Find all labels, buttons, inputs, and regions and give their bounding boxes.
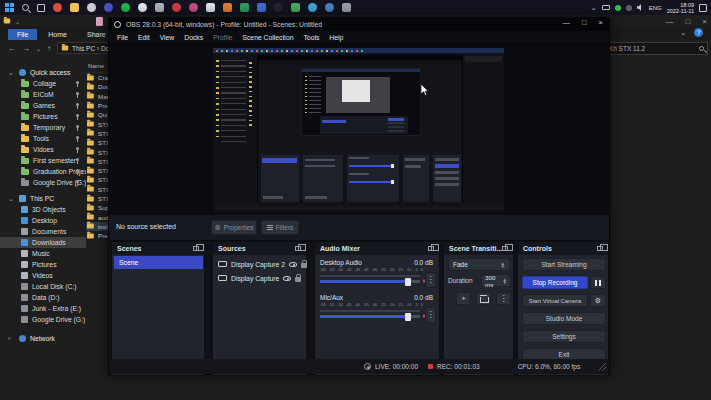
stop-recording-button[interactable]: Stop Recording <box>522 276 588 289</box>
pause-recording-button[interactable] <box>590 276 606 289</box>
taskbar-search-icon[interactable] <box>22 4 29 11</box>
task-view-icon[interactable] <box>37 4 45 12</box>
explorer-close-button[interactable]: × <box>702 17 707 26</box>
start-virtual-camera-button[interactable]: Start Virtual Camera <box>522 294 588 307</box>
visibility-eye-icon[interactable] <box>283 276 291 281</box>
settings-button[interactable]: Settings <box>522 330 606 343</box>
popout-icon[interactable] <box>193 246 199 251</box>
menu-item[interactable]: Edit <box>138 34 150 41</box>
menu-item[interactable]: Docks <box>184 34 203 41</box>
settings-gear-icon[interactable] <box>87 3 96 12</box>
file-row[interactable]: STX <box>86 129 108 138</box>
obs-maximize-button[interactable]: □ <box>582 18 587 27</box>
sidebar-item[interactable]: Pictures <box>0 259 86 270</box>
language-indicator[interactable]: ENG <box>649 5 662 11</box>
explorer-search-input[interactable]: st Kh STX 11.2 <box>598 42 708 55</box>
network-header[interactable]: › Network <box>0 333 86 344</box>
virtual-camera-settings-button[interactable]: ⚙ <box>590 294 606 307</box>
edge-icon[interactable] <box>308 3 317 12</box>
obs-preview-area[interactable] <box>109 45 609 215</box>
hollow-knight-icon[interactable] <box>206 3 215 12</box>
sidebar-item[interactable]: Temporary <box>0 122 86 133</box>
ribbon-tab[interactable]: Home <box>39 29 76 40</box>
visibility-eye-icon[interactable] <box>289 262 297 267</box>
file-row[interactable]: Sup <box>86 203 108 212</box>
tray-green-icon[interactable] <box>615 5 621 11</box>
lock-icon[interactable] <box>301 263 307 268</box>
volume-slider[interactable] <box>320 280 420 283</box>
file-row[interactable]: Qui <box>86 110 108 119</box>
file-row[interactable]: STX <box>86 119 108 128</box>
sidebar-item[interactable]: Videos <box>0 270 86 281</box>
studio-mode-button[interactable]: Studio Mode <box>522 312 606 325</box>
volume-icon[interactable] <box>637 4 644 11</box>
file-row[interactable]: STX <box>86 185 108 194</box>
obs-minimize-button[interactable]: — <box>563 18 571 27</box>
globe-app-icon[interactable] <box>325 3 334 12</box>
sidebar-item[interactable]: Vidoes <box>0 144 86 155</box>
file-row[interactable]: Dow <box>86 82 108 91</box>
controls-header[interactable]: Controls <box>518 242 608 255</box>
obs-close-button[interactable]: × <box>599 18 603 27</box>
sidebar-item[interactable]: Documents <box>0 226 86 237</box>
nav-dropdown-icon[interactable]: ⌄ <box>36 45 41 52</box>
obs-icon[interactable] <box>274 3 283 12</box>
gray-tools-icon[interactable] <box>342 3 351 12</box>
red-app-icon[interactable] <box>172 3 181 12</box>
menu-item[interactable]: Profile <box>213 34 232 41</box>
duration-spinner[interactable]: 300 ms ▲▼ <box>481 274 511 287</box>
sidebar-item[interactable]: Google Drive (G:) <box>0 314 86 325</box>
scene-list-item[interactable]: Scene <box>114 256 203 269</box>
popout-icon[interactable] <box>428 246 434 251</box>
resize-grip[interactable] <box>598 363 606 371</box>
battery-icon[interactable] <box>602 5 610 10</box>
sidebar-item[interactable]: Graduation Project <box>0 166 86 177</box>
volume-slider[interactable] <box>320 315 420 318</box>
sidebar-item[interactable]: Google Drive (G:) <box>0 177 86 188</box>
file-row[interactable]: STX <box>86 147 108 156</box>
ribbon-tab[interactable]: File <box>8 29 37 40</box>
sidebar-item[interactable]: Pictures <box>0 111 86 122</box>
action-center-icon[interactable] <box>699 4 707 12</box>
file-row[interactable]: Pre <box>86 101 108 110</box>
sidebar-item[interactable]: Downloads <box>0 237 86 248</box>
sources-dock-header[interactable]: Sources <box>213 242 306 255</box>
file-row[interactable]: STX <box>86 166 108 175</box>
help-icon[interactable]: ? <box>694 28 703 37</box>
sidebar-item[interactable]: Local Disk (C:) <box>0 281 86 292</box>
file-row[interactable]: Cra <box>86 73 108 82</box>
file-row[interactable]: STX <box>86 194 108 203</box>
file-explorer-icon[interactable] <box>70 3 79 12</box>
sidebar-item[interactable]: 3D Objects <box>0 204 86 215</box>
file-row[interactable]: inst <box>86 222 108 231</box>
start-streaming-button[interactable]: Start Streaming <box>522 258 606 271</box>
orange-app-icon[interactable] <box>223 3 232 12</box>
file-row[interactable]: STX <box>86 175 108 184</box>
back-icon[interactable]: ← <box>8 44 16 53</box>
clock[interactable]: 18:09 2022-11-11 <box>667 2 694 14</box>
obs-title-bar[interactable]: OBS 28.0.3 (64-bit, windows) - Profile: … <box>109 18 609 31</box>
transitions-header[interactable]: Scene Transiti... <box>444 242 513 255</box>
green-app-icon[interactable] <box>291 3 300 12</box>
network-tray-icon[interactable] <box>626 5 632 11</box>
menu-item[interactable]: File <box>117 34 128 41</box>
vlc-blue-icon[interactable] <box>257 3 266 12</box>
file-row[interactable]: STX <box>86 138 108 147</box>
notepad-icon[interactable] <box>155 3 164 12</box>
popout-icon[interactable] <box>295 246 301 251</box>
name-column-header[interactable]: Name <box>86 59 108 73</box>
channel-menu-button[interactable]: ⋮ <box>425 307 436 323</box>
sidebar-item[interactable]: Data (D:) <box>0 292 86 303</box>
source-row[interactable]: Display Capture <box>213 271 306 285</box>
slider-handle-icon[interactable] <box>405 278 411 286</box>
properties-button[interactable]: ⚙ Properties <box>211 220 257 235</box>
chrome-icon[interactable] <box>53 3 62 12</box>
popout-icon[interactable] <box>597 246 603 251</box>
menu-item[interactable]: Tools <box>303 34 319 41</box>
menu-item[interactable]: View <box>160 34 175 41</box>
audio-mixer-header[interactable]: Audio Mixer <box>315 242 439 255</box>
pink-app-icon[interactable] <box>189 3 198 12</box>
lock-icon[interactable] <box>295 277 301 282</box>
qat-chevron-icon[interactable]: ⌄ <box>15 18 20 25</box>
file-row[interactable]: aud <box>86 212 108 221</box>
